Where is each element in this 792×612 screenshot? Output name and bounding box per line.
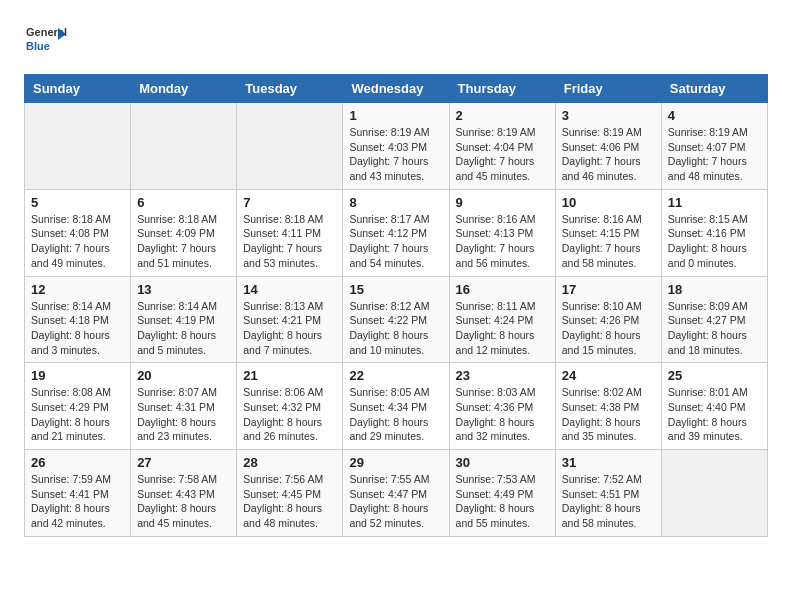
day-info: Sunrise: 8:05 AM Sunset: 4:34 PM Dayligh… (349, 385, 442, 444)
day-info: Sunrise: 7:58 AM Sunset: 4:43 PM Dayligh… (137, 472, 230, 531)
day-info: Sunrise: 8:19 AM Sunset: 4:06 PM Dayligh… (562, 125, 655, 184)
calendar-cell: 12Sunrise: 8:14 AM Sunset: 4:18 PM Dayli… (25, 276, 131, 363)
calendar-week-row: 26Sunrise: 7:59 AM Sunset: 4:41 PM Dayli… (25, 450, 768, 537)
day-number: 15 (349, 282, 442, 297)
calendar-cell: 24Sunrise: 8:02 AM Sunset: 4:38 PM Dayli… (555, 363, 661, 450)
calendar-cell: 22Sunrise: 8:05 AM Sunset: 4:34 PM Dayli… (343, 363, 449, 450)
day-info: Sunrise: 8:18 AM Sunset: 4:09 PM Dayligh… (137, 212, 230, 271)
calendar-week-row: 19Sunrise: 8:08 AM Sunset: 4:29 PM Dayli… (25, 363, 768, 450)
day-info: Sunrise: 8:01 AM Sunset: 4:40 PM Dayligh… (668, 385, 761, 444)
day-number: 12 (31, 282, 124, 297)
day-info: Sunrise: 8:19 AM Sunset: 4:04 PM Dayligh… (456, 125, 549, 184)
calendar-cell: 4Sunrise: 8:19 AM Sunset: 4:07 PM Daylig… (661, 103, 767, 190)
calendar-cell: 10Sunrise: 8:16 AM Sunset: 4:15 PM Dayli… (555, 189, 661, 276)
day-number: 2 (456, 108, 549, 123)
day-info: Sunrise: 8:19 AM Sunset: 4:07 PM Dayligh… (668, 125, 761, 184)
calendar-cell: 31Sunrise: 7:52 AM Sunset: 4:51 PM Dayli… (555, 450, 661, 537)
calendar-cell: 29Sunrise: 7:55 AM Sunset: 4:47 PM Dayli… (343, 450, 449, 537)
day-info: Sunrise: 8:11 AM Sunset: 4:24 PM Dayligh… (456, 299, 549, 358)
day-number: 19 (31, 368, 124, 383)
day-number: 11 (668, 195, 761, 210)
day-info: Sunrise: 8:08 AM Sunset: 4:29 PM Dayligh… (31, 385, 124, 444)
day-number: 30 (456, 455, 549, 470)
day-number: 29 (349, 455, 442, 470)
logo: General Blue (24, 20, 68, 64)
day-number: 1 (349, 108, 442, 123)
day-number: 20 (137, 368, 230, 383)
calendar-cell: 28Sunrise: 7:56 AM Sunset: 4:45 PM Dayli… (237, 450, 343, 537)
day-number: 8 (349, 195, 442, 210)
calendar-cell (237, 103, 343, 190)
day-info: Sunrise: 8:16 AM Sunset: 4:13 PM Dayligh… (456, 212, 549, 271)
day-info: Sunrise: 8:12 AM Sunset: 4:22 PM Dayligh… (349, 299, 442, 358)
day-info: Sunrise: 8:17 AM Sunset: 4:12 PM Dayligh… (349, 212, 442, 271)
calendar-header-row: SundayMondayTuesdayWednesdayThursdayFrid… (25, 75, 768, 103)
calendar-cell: 11Sunrise: 8:15 AM Sunset: 4:16 PM Dayli… (661, 189, 767, 276)
day-number: 28 (243, 455, 336, 470)
calendar-cell: 2Sunrise: 8:19 AM Sunset: 4:04 PM Daylig… (449, 103, 555, 190)
calendar-cell: 6Sunrise: 8:18 AM Sunset: 4:09 PM Daylig… (131, 189, 237, 276)
calendar-cell: 1Sunrise: 8:19 AM Sunset: 4:03 PM Daylig… (343, 103, 449, 190)
calendar-week-row: 1Sunrise: 8:19 AM Sunset: 4:03 PM Daylig… (25, 103, 768, 190)
day-number: 17 (562, 282, 655, 297)
calendar: SundayMondayTuesdayWednesdayThursdayFrid… (24, 74, 768, 537)
day-info: Sunrise: 8:19 AM Sunset: 4:03 PM Dayligh… (349, 125, 442, 184)
svg-text:Blue: Blue (26, 40, 50, 52)
day-number: 31 (562, 455, 655, 470)
weekday-header: Sunday (25, 75, 131, 103)
day-number: 22 (349, 368, 442, 383)
weekday-header: Friday (555, 75, 661, 103)
day-info: Sunrise: 8:18 AM Sunset: 4:11 PM Dayligh… (243, 212, 336, 271)
day-info: Sunrise: 8:02 AM Sunset: 4:38 PM Dayligh… (562, 385, 655, 444)
calendar-cell: 21Sunrise: 8:06 AM Sunset: 4:32 PM Dayli… (237, 363, 343, 450)
calendar-cell: 17Sunrise: 8:10 AM Sunset: 4:26 PM Dayli… (555, 276, 661, 363)
day-info: Sunrise: 8:10 AM Sunset: 4:26 PM Dayligh… (562, 299, 655, 358)
calendar-cell: 23Sunrise: 8:03 AM Sunset: 4:36 PM Dayli… (449, 363, 555, 450)
day-number: 18 (668, 282, 761, 297)
day-number: 5 (31, 195, 124, 210)
calendar-week-row: 12Sunrise: 8:14 AM Sunset: 4:18 PM Dayli… (25, 276, 768, 363)
weekday-header: Tuesday (237, 75, 343, 103)
day-info: Sunrise: 8:06 AM Sunset: 4:32 PM Dayligh… (243, 385, 336, 444)
calendar-cell (661, 450, 767, 537)
day-info: Sunrise: 8:16 AM Sunset: 4:15 PM Dayligh… (562, 212, 655, 271)
day-number: 21 (243, 368, 336, 383)
day-info: Sunrise: 8:14 AM Sunset: 4:19 PM Dayligh… (137, 299, 230, 358)
calendar-cell: 25Sunrise: 8:01 AM Sunset: 4:40 PM Dayli… (661, 363, 767, 450)
day-number: 27 (137, 455, 230, 470)
weekday-header: Saturday (661, 75, 767, 103)
day-number: 10 (562, 195, 655, 210)
day-info: Sunrise: 7:56 AM Sunset: 4:45 PM Dayligh… (243, 472, 336, 531)
weekday-header: Monday (131, 75, 237, 103)
logo-svg: General Blue (24, 20, 68, 64)
day-number: 9 (456, 195, 549, 210)
day-number: 4 (668, 108, 761, 123)
day-number: 14 (243, 282, 336, 297)
day-number: 7 (243, 195, 336, 210)
calendar-cell: 14Sunrise: 8:13 AM Sunset: 4:21 PM Dayli… (237, 276, 343, 363)
day-info: Sunrise: 8:09 AM Sunset: 4:27 PM Dayligh… (668, 299, 761, 358)
header: General Blue (24, 20, 768, 64)
calendar-cell: 8Sunrise: 8:17 AM Sunset: 4:12 PM Daylig… (343, 189, 449, 276)
day-number: 3 (562, 108, 655, 123)
calendar-cell (25, 103, 131, 190)
weekday-header: Wednesday (343, 75, 449, 103)
calendar-cell: 26Sunrise: 7:59 AM Sunset: 4:41 PM Dayli… (25, 450, 131, 537)
day-info: Sunrise: 8:14 AM Sunset: 4:18 PM Dayligh… (31, 299, 124, 358)
calendar-cell: 16Sunrise: 8:11 AM Sunset: 4:24 PM Dayli… (449, 276, 555, 363)
day-number: 13 (137, 282, 230, 297)
calendar-cell: 27Sunrise: 7:58 AM Sunset: 4:43 PM Dayli… (131, 450, 237, 537)
calendar-week-row: 5Sunrise: 8:18 AM Sunset: 4:08 PM Daylig… (25, 189, 768, 276)
day-info: Sunrise: 8:18 AM Sunset: 4:08 PM Dayligh… (31, 212, 124, 271)
day-info: Sunrise: 7:55 AM Sunset: 4:47 PM Dayligh… (349, 472, 442, 531)
day-number: 23 (456, 368, 549, 383)
calendar-cell: 19Sunrise: 8:08 AM Sunset: 4:29 PM Dayli… (25, 363, 131, 450)
calendar-cell: 30Sunrise: 7:53 AM Sunset: 4:49 PM Dayli… (449, 450, 555, 537)
calendar-cell: 3Sunrise: 8:19 AM Sunset: 4:06 PM Daylig… (555, 103, 661, 190)
day-number: 6 (137, 195, 230, 210)
day-number: 16 (456, 282, 549, 297)
calendar-cell: 15Sunrise: 8:12 AM Sunset: 4:22 PM Dayli… (343, 276, 449, 363)
calendar-cell: 9Sunrise: 8:16 AM Sunset: 4:13 PM Daylig… (449, 189, 555, 276)
day-number: 25 (668, 368, 761, 383)
calendar-cell: 20Sunrise: 8:07 AM Sunset: 4:31 PM Dayli… (131, 363, 237, 450)
